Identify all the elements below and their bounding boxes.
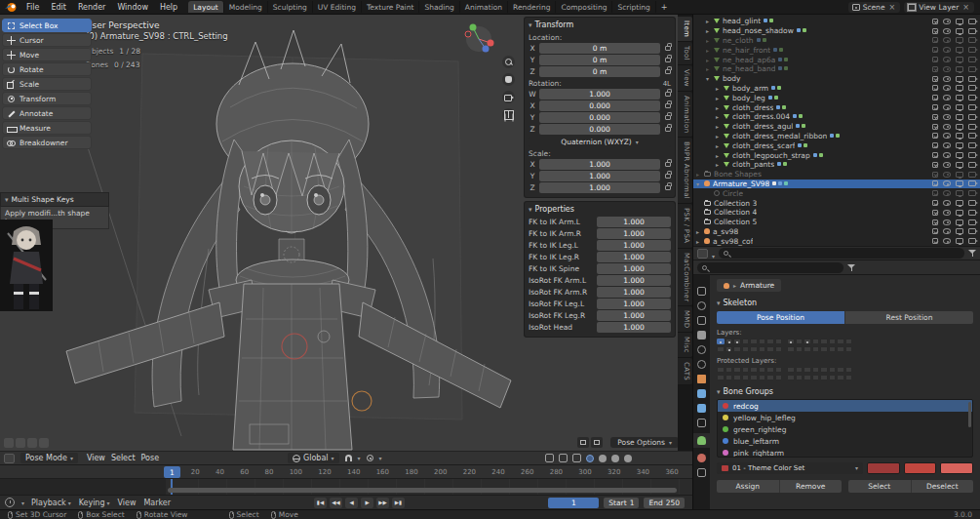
object-name[interactable]: Circle xyxy=(723,189,743,198)
layer-cell[interactable] xyxy=(725,346,733,352)
layer-cell[interactable] xyxy=(717,339,725,344)
color-set-dropdown[interactable]: 01 - Theme Color Set xyxy=(717,462,863,474)
outliner-row[interactable]: cloth_dress.004 xyxy=(693,112,980,122)
outliner-search-input[interactable] xyxy=(719,248,964,259)
gizmo-toggle-icon[interactable] xyxy=(545,454,554,462)
current-frame-field[interactable]: 1 xyxy=(548,498,599,508)
disclosure-icon[interactable] xyxy=(716,113,724,120)
selectable-checkbox-icon[interactable] xyxy=(932,95,938,100)
disable-viewport-icon[interactable] xyxy=(956,152,963,158)
hide-viewport-eye-icon[interactable] xyxy=(943,57,951,62)
object-name[interactable]: cloth_dress_agul xyxy=(732,122,793,131)
disable-render-camera-icon[interactable] xyxy=(968,228,976,234)
sidebar-tab[interactable]: Misc xyxy=(678,333,692,358)
overlay-shortcut-icon[interactable] xyxy=(4,438,14,448)
object-name[interactable]: a_sv98 xyxy=(713,227,738,236)
disable-render-camera-icon[interactable] xyxy=(968,28,976,34)
properties-tab-tool-icon[interactable] xyxy=(697,287,706,296)
property-value-slider[interactable]: 1.000 xyxy=(597,299,671,309)
disable-render-camera-icon[interactable] xyxy=(968,200,976,206)
object-name[interactable]: body_arm xyxy=(732,84,768,93)
bone-group-row[interactable]: pink_rightarm xyxy=(718,447,972,458)
scale-value-field[interactable]: 1.000 xyxy=(539,159,660,170)
sidebar-tab[interactable]: CATS xyxy=(678,358,692,385)
protected-layer-cell[interactable] xyxy=(742,375,750,380)
lock-icon[interactable] xyxy=(665,185,671,190)
properties-tab-physics-icon[interactable] xyxy=(697,404,706,413)
disable-viewport-icon[interactable] xyxy=(956,238,963,244)
breadcrumb[interactable]: Armature xyxy=(717,279,781,292)
protected-layer-cell[interactable] xyxy=(766,367,774,373)
disable-render-camera-icon[interactable] xyxy=(968,190,976,196)
disable-render-camera-icon[interactable] xyxy=(968,152,976,158)
object-name[interactable]: ne_hair_front xyxy=(723,46,770,55)
location-value-field[interactable]: 0 m xyxy=(539,66,660,77)
lock-icon[interactable] xyxy=(665,92,671,97)
rest-position-button[interactable]: Rest Position xyxy=(844,311,973,324)
hide-viewport-eye-icon[interactable] xyxy=(943,124,951,130)
disable-render-camera-icon[interactable] xyxy=(968,57,976,62)
camera-view-icon[interactable] xyxy=(502,91,515,103)
outliner-row[interactable]: cloth_pants xyxy=(693,160,980,170)
unlink-scene-icon[interactable] xyxy=(888,3,897,12)
layer-cell[interactable] xyxy=(750,339,758,344)
property-value-slider[interactable]: 1.000 xyxy=(597,252,671,262)
hide-viewport-eye-icon[interactable] xyxy=(943,28,951,34)
timeline-menu-item[interactable]: View xyxy=(117,499,136,507)
overlays-toggle-icon[interactable] xyxy=(559,454,568,462)
timeline-menu-item[interactable]: Keying xyxy=(79,499,110,507)
lock-icon[interactable] xyxy=(665,103,671,108)
disable-viewport-icon[interactable] xyxy=(956,37,963,43)
pan-hand-icon[interactable] xyxy=(502,73,515,86)
hide-viewport-eye-icon[interactable] xyxy=(943,66,951,72)
object-name[interactable]: Collection 5 xyxy=(714,218,757,226)
property-value-slider[interactable]: 1.000 xyxy=(597,240,671,251)
transform-panel-header[interactable]: Transform xyxy=(529,20,671,31)
properties-tab-object-icon[interactable] xyxy=(697,375,706,383)
rendered-shading-icon[interactable] xyxy=(624,455,632,462)
protected-layer-cell[interactable] xyxy=(766,375,774,380)
disable-render-camera-icon[interactable] xyxy=(968,220,976,225)
disable-viewport-icon[interactable] xyxy=(956,142,963,148)
disable-render-camera-icon[interactable] xyxy=(968,162,976,168)
disable-viewport-icon[interactable] xyxy=(956,228,963,234)
bone-group-row[interactable]: green_rightleg xyxy=(718,423,972,435)
layer-cell[interactable] xyxy=(845,346,853,352)
tool-button[interactable]: Scale xyxy=(2,77,92,91)
disable-viewport-icon[interactable] xyxy=(956,95,963,100)
snap-dropdown-icon[interactable] xyxy=(358,454,361,462)
menu-item[interactable]: Render xyxy=(73,2,110,13)
workspace-tab[interactable]: Scripting xyxy=(612,1,655,13)
layer-cell[interactable] xyxy=(820,346,828,352)
sidebar-tab[interactable]: Item xyxy=(678,17,692,42)
protected-layer-cell[interactable] xyxy=(725,367,733,373)
selectable-checkbox-icon[interactable] xyxy=(932,172,938,178)
rotation-mode-badge[interactable]: 4L xyxy=(663,80,671,88)
layer-cell[interactable] xyxy=(787,346,795,352)
disclosure-icon[interactable] xyxy=(706,37,714,44)
outliner-row[interactable]: cloth_dress_scarf xyxy=(693,140,980,150)
protected-layer-cell[interactable] xyxy=(837,367,844,373)
layer-cell[interactable] xyxy=(812,346,820,352)
tool-button[interactable]: Rotate xyxy=(2,62,92,76)
menu-item[interactable]: Edit xyxy=(46,2,71,13)
lock-icon[interactable] xyxy=(665,46,671,51)
selectable-checkbox-icon[interactable] xyxy=(932,85,938,91)
timeline-tracks[interactable] xyxy=(0,479,692,495)
disclosure-icon[interactable] xyxy=(716,133,724,140)
disable-viewport-icon[interactable] xyxy=(956,66,963,72)
layer-cell[interactable] xyxy=(796,346,804,352)
disable-render-camera-icon[interactable] xyxy=(968,19,976,24)
property-value-slider[interactable]: 1.000 xyxy=(597,275,671,286)
rotation-value-field[interactable]: 0.000 xyxy=(539,124,660,135)
disclosure-icon[interactable] xyxy=(696,238,704,245)
property-value-slider[interactable]: 1.000 xyxy=(597,287,671,298)
layer-cell[interactable] xyxy=(725,339,733,344)
disclosure-icon[interactable] xyxy=(706,57,714,63)
properties-tab-viewlayer-icon[interactable] xyxy=(697,331,706,339)
disable-render-camera-icon[interactable] xyxy=(968,172,976,178)
disclosure-icon[interactable] xyxy=(716,123,724,130)
disable-render-camera-icon[interactable] xyxy=(968,142,976,148)
outliner-row[interactable]: cloth_dress_medal_ribbon xyxy=(693,132,980,141)
overlay-shortcut-icon[interactable] xyxy=(16,438,25,448)
